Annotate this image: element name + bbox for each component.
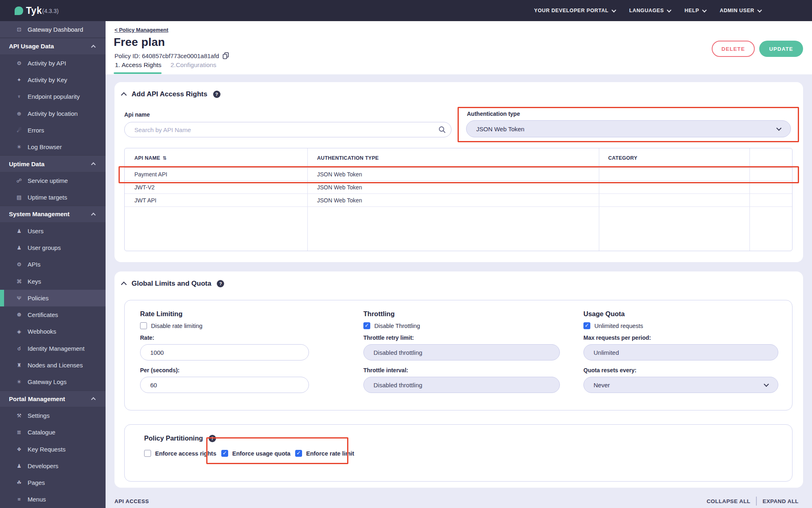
sidebar-item-webhooks[interactable]: ◈Webhooks (0, 323, 106, 340)
sidebar-item-apis[interactable]: ⚙APIs (0, 256, 106, 273)
nav-languages[interactable]: LANGUAGES (629, 8, 671, 13)
api-search-input[interactable] (124, 122, 451, 137)
throttle-retry-label: Throttle retry limit: (363, 334, 414, 341)
disable-throttling-checkbox[interactable] (363, 322, 370, 329)
sidebar-item-errors[interactable]: ☄Errors (0, 122, 106, 139)
brand-logo[interactable]: Tyk (26, 5, 42, 16)
sidebar-item-users[interactable]: ♟Users (0, 223, 106, 239)
auth-type-select[interactable]: JSON Web Token (466, 120, 791, 137)
sidebar-item-endpoint-popularity[interactable]: ♆Endpoint popularity (0, 88, 106, 105)
breadcrumb[interactable]: < Policy Management (114, 27, 168, 33)
unlimited-requests-checkbox[interactable] (583, 322, 590, 329)
disable-rate-limiting-row[interactable]: Disable rate limiting (140, 322, 203, 329)
catalogue-icon: ≣ (15, 429, 23, 435)
table-row-jwt-v2[interactable]: JWT-V2 JSON Web Token (125, 180, 792, 193)
sidebar-item-certificates[interactable]: ☸Certificates (0, 306, 106, 323)
max-requests-input (583, 344, 778, 360)
unlimited-requests-row[interactable]: Unlimited requests (583, 322, 643, 329)
nav-help[interactable]: HELP (685, 8, 706, 13)
sidebar-item-service-uptime[interactable]: ☍Service uptime (0, 172, 106, 189)
sidebar-item-keys[interactable]: ⌘Keys (0, 273, 106, 289)
table-row-jwt-api[interactable]: JWT API JSON Web Token (125, 193, 792, 206)
enforce-access-rights-checkbox[interactable] (144, 450, 151, 457)
sidebar-section-api-usage-data[interactable]: API Usage Data (0, 38, 106, 54)
disable-rate-limiting-checkbox[interactable] (140, 322, 147, 329)
rate-label: Rate: (140, 334, 154, 341)
sidebar-item-uptime-targets[interactable]: ▤Uptime targets (0, 189, 106, 206)
sidebar-item-identity-management[interactable]: ☌Identity Management (0, 340, 106, 357)
user-icon: ♟ (15, 228, 23, 234)
sidebar-item-pages[interactable]: ☘Pages (0, 474, 106, 491)
sidebar-item-menus[interactable]: ≡Menus (0, 491, 106, 508)
api-access-section-label[interactable]: API ACCESS (114, 498, 149, 504)
copy-icon[interactable] (222, 52, 229, 59)
disable-throttling-row[interactable]: Disable Throttling (363, 322, 420, 329)
tab-configurations[interactable]: 2.Configurations (171, 61, 216, 69)
expand-all-button[interactable]: EXPAND ALL (762, 498, 799, 504)
users-icon: ♟ (15, 245, 23, 251)
top-navigation: YOUR DEVELOPER PORTAL LANGUAGES HELP ADM… (534, 0, 761, 21)
nav-developer-portal[interactable]: YOUR DEVELOPER PORTAL (534, 8, 615, 13)
sidebar-section-system-management[interactable]: System Management (0, 206, 106, 222)
branch-icon: ♆ (15, 93, 23, 100)
sidebar-item-log-browser[interactable]: ✳Log Browser (0, 139, 106, 155)
sort-icon[interactable]: ⇅ (163, 155, 167, 161)
fingerprint-icon: ☌ (15, 345, 23, 352)
rate-input[interactable] (140, 344, 309, 360)
paw-icon: ❖ (15, 446, 23, 452)
bank-icon: ♜ (15, 362, 23, 368)
help-icon[interactable] (209, 435, 216, 442)
per-seconds-input[interactable] (140, 377, 309, 393)
bug-icon: ✳ (15, 379, 23, 385)
sidebar-item-developers[interactable]: ♟Developers (0, 458, 106, 474)
sidebar-item-key-requests[interactable]: ❖Key Requests (0, 441, 106, 457)
enforce-usage-quota-checkbox[interactable] (221, 450, 228, 457)
column-header-category: CATEGORY (608, 148, 637, 168)
key-icon: ✦ (15, 77, 23, 83)
enforce-usage-quota-row[interactable]: Enforce usage quota (221, 450, 290, 457)
rosette-icon: ☸ (15, 312, 23, 318)
tyk-logo-icon (15, 7, 23, 15)
delete-button[interactable]: DELETE (712, 41, 755, 57)
active-tab-underline (114, 72, 162, 74)
throttling-title: Throttling (363, 310, 395, 318)
column-header-api-name[interactable]: API NAME⇅ (134, 148, 167, 168)
sidebar-item-catalogue[interactable]: ≣Catalogue (0, 424, 106, 441)
enforce-rate-limit-checkbox[interactable] (295, 450, 302, 457)
quota-resets-select[interactable]: Never (583, 377, 778, 393)
tab-access-rights[interactable]: 1. Access Rights (115, 61, 162, 69)
sidebar-item-user-groups[interactable]: ♟User groups (0, 239, 106, 256)
link-icon: ☍ (15, 178, 23, 184)
sidebar-item-policies[interactable]: ΨPolicies (0, 290, 106, 306)
enforce-access-rights-row[interactable]: Enforce access rights (144, 450, 216, 457)
table-row-payment-api[interactable]: Payment API JSON Web Token (125, 167, 792, 180)
update-button[interactable]: UPDATE (759, 41, 803, 57)
sidebar-item-gateway-dashboard[interactable]: ⊡Gateway Dashboard (0, 21, 106, 38)
globe-icon: ⊕ (15, 111, 23, 117)
chevron-up-icon (91, 45, 95, 49)
sidebar-item-activity-by-location[interactable]: ⊕Activity by location (0, 105, 106, 122)
sidebar-item-gateway-logs[interactable]: ✳Gateway Logs (0, 373, 106, 390)
collapse-chevron-icon[interactable] (121, 282, 127, 287)
rate-limiting-title: Rate Limiting (140, 310, 183, 318)
quota-resets-label: Quota resets every: (583, 367, 637, 373)
help-icon[interactable] (213, 91, 220, 98)
sidebar-item-activity-by-api[interactable]: ⚙Activity by API (0, 55, 106, 72)
wrench-icon: ⚒ (15, 412, 23, 419)
developers-icon: ♟ (15, 463, 23, 469)
max-requests-label: Max requests per period: (583, 334, 651, 341)
row-separator (125, 206, 792, 207)
help-icon[interactable] (217, 280, 224, 287)
enforce-rate-limit-row[interactable]: Enforce rate limit (295, 450, 354, 457)
sidebar-item-nodes-and-licenses[interactable]: ♜Nodes and Licenses (0, 357, 106, 373)
chevron-down-icon (702, 8, 706, 12)
sidebar-item-activity-by-key[interactable]: ✦Activity by Key (0, 72, 106, 88)
sidebar-section-portal-management[interactable]: Portal Management (0, 391, 106, 407)
collapse-chevron-icon[interactable] (121, 92, 127, 98)
sidebar-section-uptime-data[interactable]: Uptime Data (0, 155, 106, 172)
collapse-all-button[interactable]: COLLAPSE ALL (706, 498, 750, 504)
nav-admin-user[interactable]: ADMIN USER (720, 8, 761, 13)
throttle-interval-input (363, 377, 560, 393)
sidebar-item-settings[interactable]: ⚒Settings (0, 407, 106, 424)
usage-quota-title: Usage Quota (583, 310, 625, 318)
